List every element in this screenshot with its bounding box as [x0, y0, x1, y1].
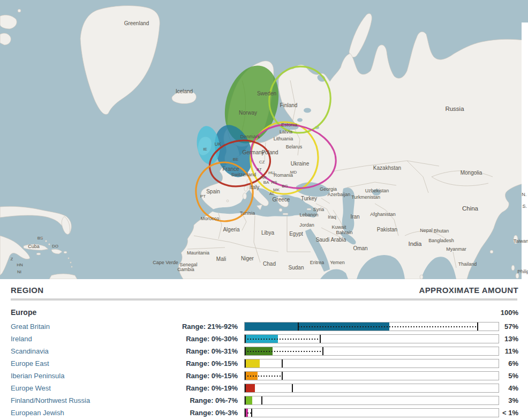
- ethnicity-rows: Great BritainRange: 21%-92%57%IrelandRan…: [0, 322, 528, 417]
- map-label-algeria: Algeria: [223, 227, 240, 232]
- map-label-cz: CZ: [259, 160, 265, 164]
- map-label-be: BE: [233, 157, 239, 162]
- map-label-chad: Chad: [263, 261, 276, 267]
- map-label-niger: Niger: [241, 256, 254, 261]
- range-min-tick: [245, 359, 246, 368]
- map-label-taiwan: Taiwan: [514, 238, 528, 244]
- map-label-gambia: Gambia: [177, 267, 194, 272]
- region-header: REGION: [11, 286, 44, 295]
- map-label-lebanon: Lebanon: [299, 212, 318, 218]
- region-name: Great Britain: [11, 322, 161, 331]
- table-row[interactable]: IrelandRange: 0%-30%13%: [0, 334, 528, 343]
- map-label-iran: Iran: [350, 214, 359, 220]
- map-label-syria: Syria: [313, 207, 325, 212]
- amount-value: 6%: [499, 359, 528, 368]
- map-label-nepal: Nepal: [420, 228, 433, 233]
- map-label-india: India: [409, 241, 423, 247]
- map-label-greenland: Greenland: [124, 20, 149, 26]
- table-header-row: REGION APPROXIMATE AMOUNT: [0, 284, 528, 295]
- map-label-bs: BS: [37, 236, 43, 241]
- map-label-finland: Finland: [280, 102, 298, 108]
- map-label-s-korea: S. Korea: [522, 204, 528, 209]
- map-label-uzbekistan: Uzbekistan: [365, 188, 389, 193]
- group-label: Europe: [11, 308, 36, 317]
- table-row[interactable]: Europe EastRange: 0%-15%6%: [0, 359, 528, 368]
- map-label-iceland: Iceland: [176, 88, 193, 94]
- map-label-china: China: [462, 205, 479, 212]
- amount-bar-fill: [245, 359, 260, 368]
- amount-bar-fill: [245, 384, 255, 392]
- map-label-libya: Libya: [261, 230, 274, 236]
- map-label-kuwait: Kuwait: [331, 224, 346, 230]
- map-label-at: AT: [257, 167, 262, 172]
- amount-bar-fill: [245, 396, 252, 404]
- map-label-spain: Spain: [206, 189, 220, 194]
- map-label-kazakhstan: Kazakhstan: [373, 165, 401, 171]
- group-total: 100%: [501, 309, 518, 317]
- amount-value: 4%: [499, 384, 528, 392]
- map-label-mauritania: Mauritania: [187, 250, 209, 256]
- amount-bar: [244, 347, 499, 356]
- map-label-z: Z: [11, 257, 13, 261]
- group-row-europe[interactable]: Europe 100%: [0, 301, 528, 322]
- table-row[interactable]: Great BritainRange: 21%-92%57%: [0, 322, 528, 331]
- range-dotted-line: [245, 376, 283, 377]
- range-max-tick: [282, 372, 283, 380]
- map-label-greece: Greece: [273, 197, 290, 202]
- map-canvas[interactable]: GreenlandIcelandRussiaSwedenNorwayFinlan…: [0, 0, 528, 279]
- amount-bar: [244, 371, 499, 380]
- map-label-philippines: Philippines: [517, 269, 528, 274]
- map-label-n-korea: N. Korea: [522, 192, 528, 197]
- map-label-sweden: Sweden: [257, 91, 276, 96]
- table-row[interactable]: Finland/Northwest RussiaRange: 0%-7%3%: [0, 396, 528, 405]
- map-label-egypt: Egypt: [289, 231, 303, 237]
- range-max-tick: [282, 359, 283, 368]
- map-label-bg: BG: [282, 184, 288, 189]
- map-label-ukraine: Ukraine: [291, 161, 310, 167]
- map-label-myanmar: Myanmar: [446, 246, 466, 252]
- map-label-mali: Mali: [216, 256, 226, 262]
- map-label-sudan: Sudan: [289, 265, 304, 271]
- map-label-germany: Germany: [242, 149, 264, 155]
- amount-bar: [244, 396, 499, 405]
- amount-value: 57%: [499, 322, 528, 331]
- map-label-jordan: Jordan: [299, 222, 314, 228]
- table-row[interactable]: European JewishRange: 0%-3%< 1%: [0, 408, 528, 417]
- region-name: Scandinavia: [11, 347, 161, 355]
- region-name: Finland/Northwest Russia: [11, 396, 161, 404]
- range-min-tick: [245, 384, 246, 392]
- range-label: Range: 21%-92%: [161, 322, 238, 331]
- region-name: Europe West: [11, 384, 161, 392]
- map-label-azerbaijan: Azerbaijan: [328, 192, 351, 197]
- map-label-yemen: Yemen: [330, 260, 345, 265]
- range-min-tick: [298, 322, 299, 331]
- map-label-georgia: Georgia: [320, 186, 337, 192]
- range-min-tick: [245, 372, 246, 380]
- map-label-norway: Norway: [239, 110, 257, 116]
- amount-bar: [244, 322, 499, 331]
- map-label-ni: NI: [17, 269, 21, 274]
- table-row[interactable]: Iberian PeninsulaRange: 0%-15%5%: [0, 371, 528, 380]
- map-label-tunisia: Tunisia: [240, 211, 255, 216]
- range-label: Range: 0%-15%: [161, 372, 238, 380]
- amount-bar: [244, 359, 499, 368]
- table-row[interactable]: Europe WestRange: 0%-19%4%: [0, 384, 528, 393]
- range-max-tick: [261, 396, 262, 404]
- map-label-do: DO: [52, 244, 58, 249]
- map-label-pakistan: Pakistan: [377, 227, 397, 232]
- range-label: Range: 0%-31%: [161, 347, 238, 355]
- map-label-saudi-arabia: Saudi Arabia: [316, 237, 346, 243]
- map-label-md: MD: [290, 170, 297, 175]
- map-label-denmark: Denmark: [240, 134, 260, 139]
- amount-value: 13%: [499, 335, 528, 343]
- table-row[interactable]: ScandinaviaRange: 0%-31%11%: [0, 347, 528, 356]
- map-label-cuba: Cuba: [28, 244, 40, 249]
- amount-bar: [244, 334, 499, 343]
- map-label-al: AL: [269, 191, 275, 196]
- region-name: European Jewish: [11, 409, 161, 417]
- map-label-france: France: [222, 166, 239, 172]
- map-label-estonia: Estonia: [281, 122, 297, 128]
- map-label-cape-verde: Cape Verde: [153, 260, 178, 265]
- range-label: Range: 0%-30%: [161, 335, 238, 343]
- map-label-hr: HR: [260, 175, 267, 180]
